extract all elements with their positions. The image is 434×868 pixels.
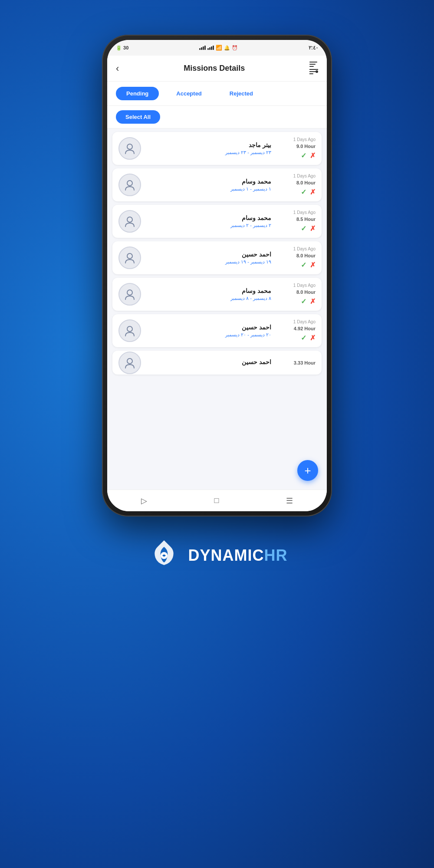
person-icon-0 [123,141,137,155]
person-icon-6 [123,356,137,370]
card-info-5: احمد حسين ٢٠ ديسمبر - ٢٠ ديسمبر [146,324,271,338]
days-ago-2: 1 Days Ago [293,210,316,215]
battery-icon: 🔋 [116,45,122,50]
card-name-0: بيتر ماجد [146,141,271,148]
app-header: ‹ Missions Details [107,56,327,82]
person-icon-1 [123,178,137,192]
card-actions-2: ✓ ✗ [301,224,316,233]
card-name-1: محمد وسام [146,178,271,185]
fab-add-button[interactable]: + [297,460,318,481]
reject-button-2[interactable]: ✗ [310,224,316,233]
reject-button-5[interactable]: ✗ [310,334,316,342]
card-date-2: ٢ ديسمبر - ٢ ديسمبر [146,223,271,228]
logo-section: DYNAMICHR [147,538,288,573]
person-icon-5 [123,324,137,338]
reject-button-3[interactable]: ✗ [310,261,316,269]
avatar-0 [118,137,141,160]
bottom-navigation: ▷ □ ☰ [107,490,327,511]
card-meta-0: 1 Days Ago 9.0 Hour ✓ ✗ [276,137,316,160]
accept-button-0[interactable]: ✓ [301,151,306,160]
svg-point-5 [127,181,132,186]
cards-container: بيتر ماجد ٢٣ ديسمبر - ٢٣ ديسمبر 1 Days A… [112,132,322,375]
mission-card-5: احمد حسين ٢٠ ديسمبر - ٢٠ ديسمبر 1 Days A… [112,314,322,347]
card-date-4: ٨ ديسمبر - ٨ ديسمبر [146,296,271,301]
accept-button-1[interactable]: ✓ [301,188,306,196]
mission-card-1: محمد وسام ١ ديسمبر - ١ ديسمبر 1 Days Ago… [112,168,322,201]
brand-name: DYNAMICHR [188,546,288,565]
missions-list: بيتر ماجد ٢٣ ديسمبر - ٢٣ ديسمبر 1 Days A… [107,128,327,490]
tab-pending[interactable]: Pending [116,87,159,100]
svg-point-6 [127,217,132,222]
accept-button-3[interactable]: ✓ [301,261,306,269]
avatar-3 [118,247,141,269]
reject-button-0[interactable]: ✗ [310,151,316,160]
card-date-3: ١٩ ديسمبر - ١٩ ديسمبر [146,259,271,265]
card-info-3: احمد حسين ١٩ ديسمبر - ١٩ ديسمبر [146,251,271,265]
card-date-5: ٢٠ ديسمبر - ٢٠ ديسمبر [146,332,271,338]
phone-shell: 🔋 30 📶 [102,35,332,516]
mission-card-4: محمد وسام ٨ ديسمبر - ٨ ديسمبر 1 Days Ago… [112,278,322,311]
mission-card-0: بيتر ماجد ٢٣ ديسمبر - ٢٣ ديسمبر 1 Days A… [112,132,322,165]
card-actions-1: ✓ ✗ [301,188,316,196]
card-meta-6: 3.33 Hour [276,360,316,365]
card-date-0: ٢٣ ديسمبر - ٢٣ ديسمبر [146,150,271,155]
tab-rejected[interactable]: Rejected [219,87,263,100]
avatar-1 [118,174,141,196]
avatar-6 [118,352,141,374]
days-ago-5: 1 Days Ago [293,319,316,324]
card-name-2: محمد وسام [146,214,271,221]
hours-text-4: 8.0 Hour [296,289,316,295]
battery-indicator: 🔋 30 [116,45,128,51]
person-icon-4 [123,287,137,301]
accept-button-2[interactable]: ✓ [301,224,306,233]
nav-home-icon[interactable]: □ [214,496,219,505]
hours-text-3: 8.0 Hour [296,253,316,258]
signal-indicators: 📶 🔔 ⏰ [199,45,238,51]
svg-point-9 [127,326,132,332]
accept-button-5[interactable]: ✓ [301,334,306,342]
card-meta-3: 1 Days Ago 8.0 Hour ✓ ✗ [276,247,316,269]
reject-button-4[interactable]: ✗ [310,297,316,306]
card-actions-3: ✓ ✗ [301,261,316,269]
card-meta-5: 1 Days Ago 4.92 Hour ✓ ✗ [276,319,316,342]
page-title: Missions Details [184,64,245,73]
card-info-6: احمد حسين [146,358,271,367]
time-display: ٢:٤٠ [309,45,318,51]
alarm-icon: ⏰ [232,45,238,51]
days-ago-3: 1 Days Ago [293,247,316,251]
avatar-5 [118,319,141,342]
select-all-button[interactable]: Select All [116,110,160,124]
nav-play-icon[interactable]: ▷ [141,496,147,506]
hours-text-0: 9.0 Hour [296,144,316,149]
card-info-0: بيتر ماجد ٢٣ ديسمبر - ٢٣ ديسمبر [146,141,271,155]
days-ago-0: 1 Days Ago [293,137,316,142]
tab-accepted[interactable]: Accepted [166,87,212,100]
signal-bar-2 [207,46,214,50]
card-name-4: محمد وسام [146,287,271,294]
svg-point-7 [127,253,132,259]
phone-device: 🔋 30 📶 [102,35,332,516]
reject-button-1[interactable]: ✗ [310,188,316,196]
accept-button-4[interactable]: ✓ [301,297,306,306]
nav-menu-icon[interactable]: ☰ [286,496,293,506]
mission-card-2: محمد وسام ٢ ديسمبر - ٢ ديسمبر 1 Days Ago… [112,205,322,238]
filter-button[interactable] [309,62,318,75]
bell-icon: 🔔 [224,45,230,51]
avatar-4 [118,283,141,306]
filter-icon [309,68,318,75]
brand-logo-icon [147,538,181,573]
back-button[interactable]: ‹ [116,63,119,74]
mission-card-6: احمد حسين 3.33 Hour [112,351,322,375]
hours-text-2: 8.5 Hour [296,217,316,222]
svg-point-3 [316,70,318,73]
hours-text-5: 4.92 Hour [294,326,316,331]
days-ago-4: 1 Days Ago [293,283,316,288]
person-icon-2 [123,214,137,228]
card-info-1: محمد وسام ١ ديسمبر - ١ ديسمبر [146,178,271,192]
svg-point-8 [127,290,132,295]
phone-screen: 🔋 30 📶 [107,40,327,511]
card-meta-1: 1 Days Ago 8.0 Hour ✓ ✗ [276,174,316,196]
hours-text-6: 3.33 Hour [294,360,316,365]
card-date-1: ١ ديسمبر - ١ ديسمبر [146,186,271,192]
select-all-area: Select All [107,106,327,128]
